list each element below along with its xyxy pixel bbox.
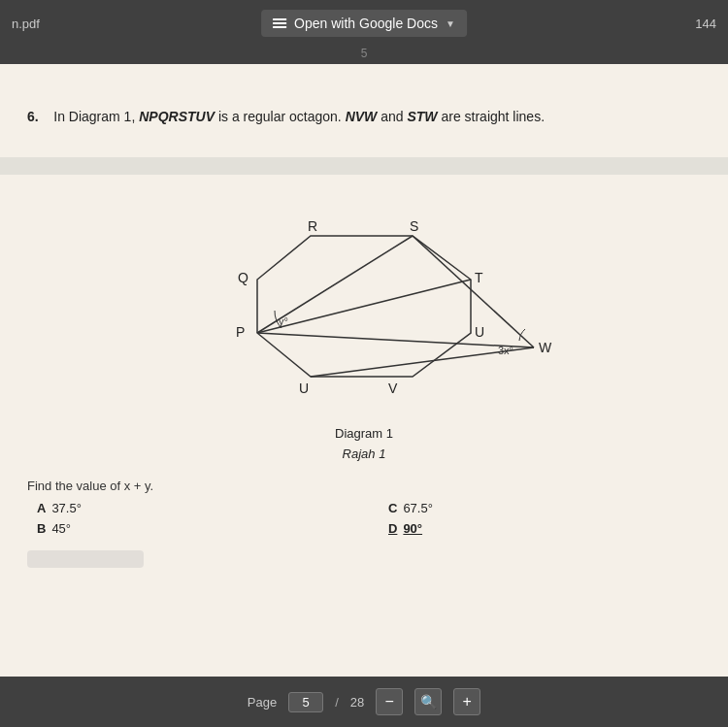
page-separator: / [335,695,339,710]
answer-C-value: 67.5° [403,501,433,515]
diagram-svg: R S T Q P U V U W y° 3x° [131,139,597,420]
label-R: R [308,218,317,234]
answer-B: B 45° [37,521,349,536]
answer-C-letter: C [388,501,397,515]
label-angle-3x: 3x° [498,345,513,356]
label-T: T [475,270,483,285]
svg-line-5 [257,333,534,347]
label-S: S [410,218,418,234]
menu-icon [273,18,286,28]
dropdown-arrow-icon: ▼ [446,18,455,29]
minus-button[interactable]: − [376,688,403,715]
line1-name: NVW [346,109,378,124]
answer-D: D 90° [388,521,701,536]
page-right-number: 144 [695,17,716,31]
answer-D-value: 90° [403,521,422,536]
answer-D-letter: D [388,521,397,536]
label-U-bot: U [299,380,309,396]
search-button[interactable]: 🔍 [414,688,442,715]
label-Q: Q [238,270,248,285]
bottom-bar: Page / 28 − 🔍 + [0,677,728,727]
current-page-input[interactable] [288,692,323,712]
redacted-blob [27,550,144,568]
open-with-button[interactable]: Open with Google Docs ▼ [261,10,467,37]
content-area: 6. In Diagram 1, NPQRSTUV is a regular o… [0,64,728,694]
answers-grid: A 37.5° C 67.5° B 45° D 90° [27,501,701,536]
open-with-label: Open with Google Docs [294,16,438,31]
answer-B-value: 45° [51,521,71,536]
caption-line1: Diagram 1 [335,424,393,445]
page-label: Page [248,695,277,710]
answer-C: C 67.5° [388,501,701,515]
answer-A: A 37.5° [37,501,349,515]
file-name: n.pdf [12,17,40,31]
plus-button[interactable]: + [453,688,480,715]
svg-line-1 [413,236,534,347]
diagram-container: R S T Q P U V U W y° 3x° Diagram 1 Rajah… [27,139,701,465]
top-bar: n.pdf Open with Google Docs ▼ 144 [0,0,728,47]
label-U-right: U [475,324,484,340]
label-P: P [236,324,245,340]
svg-line-4 [257,280,471,333]
line2-name: STW [407,109,437,124]
diagram-caption: Diagram 1 Rajah 1 [335,424,393,465]
label-V: V [388,380,398,396]
find-value-text: Find the value of x + y. [27,479,701,493]
octagon-name: NPQRSTUV [139,109,215,124]
label-angle-y: y° [279,315,288,327]
caption-line2: Rajah 1 [335,445,393,465]
octagon-desc: is a regular octagon. [218,109,342,124]
question-text: 6. In Diagram 1, NPQRSTUV is a regular o… [27,107,701,127]
page-number-top: 5 [0,47,728,64]
answer-A-letter: A [37,501,46,515]
line2-desc: are straight lines. [441,109,545,124]
line1-desc: and [381,109,403,124]
answer-A-value: 37.5° [51,501,82,515]
redacted-bar [0,157,728,175]
answer-B-letter: B [37,521,46,536]
total-pages: 28 [350,695,364,710]
label-W: W [539,340,552,355]
question-number: 6. [27,109,39,124]
question-intro: In Diagram 1, [53,109,135,124]
